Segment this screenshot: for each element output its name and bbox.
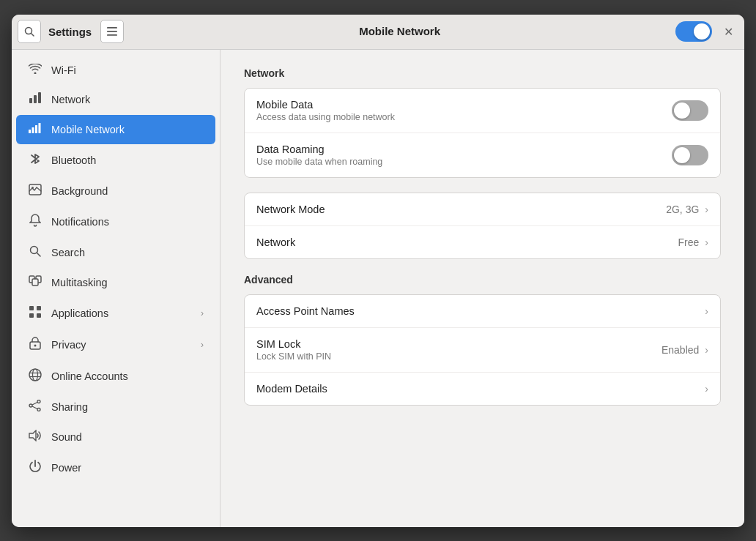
sim-lock-chevron: ›: [705, 344, 708, 356]
access-point-names-chevron: ›: [705, 305, 708, 317]
data-roaming-toggle-track: [672, 145, 708, 165]
mobile-network-toggle[interactable]: [675, 21, 712, 42]
sim-lock-row[interactable]: SIM Lock Lock SIM with PIN Enabled ›: [245, 328, 720, 373]
signal-icon: [28, 122, 42, 137]
close-button[interactable]: ✕: [718, 21, 738, 42]
titlebar: Settings Mobile Network ✕: [12, 15, 744, 50]
menu-button[interactable]: [100, 20, 124, 43]
sidebar-item-privacy[interactable]: Privacy ›: [16, 329, 215, 360]
data-roaming-title: Data Roaming: [256, 143, 672, 155]
network-chevron: ›: [705, 236, 708, 248]
sidebar-item-sound[interactable]: Sound: [16, 422, 215, 452]
data-roaming-row[interactable]: Data Roaming Use mobile data when roamin…: [245, 133, 720, 177]
sidebar-item-online-accounts[interactable]: Online Accounts: [16, 361, 215, 392]
sidebar-item-search[interactable]: Search: [16, 238, 215, 267]
network-value: Free: [678, 236, 700, 248]
svg-point-30: [37, 408, 40, 411]
sidebar-label-mobile-network: Mobile Network: [51, 124, 204, 135]
content-area: Wi-Fi Network: [12, 50, 744, 527]
applications-icon: [28, 305, 42, 321]
network-mode-content: Network Mode: [256, 204, 666, 215]
bell-icon: [28, 214, 42, 230]
svg-marker-34: [29, 430, 36, 441]
svg-rect-3: [107, 31, 117, 32]
search-sidebar-icon: [28, 245, 42, 260]
svg-rect-9: [32, 127, 34, 133]
network-title: Network: [256, 236, 678, 248]
svg-rect-21: [29, 313, 34, 318]
svg-rect-6: [34, 95, 37, 103]
sidebar-item-mobile-network[interactable]: Mobile Network: [16, 115, 215, 144]
svg-rect-4: [107, 34, 117, 36]
search-button[interactable]: [18, 20, 41, 43]
titlebar-right: ✕: [675, 21, 738, 42]
svg-rect-19: [29, 306, 34, 310]
access-point-names-right: ›: [705, 305, 708, 317]
data-roaming-toggle-thumb: [674, 147, 690, 163]
access-point-names-title: Access Point Names: [256, 305, 705, 317]
network-row[interactable]: Network Free ›: [245, 226, 720, 258]
mobile-data-subtitle: Access data using mobile network: [256, 112, 672, 122]
network-icon: [28, 92, 42, 107]
svg-point-29: [37, 400, 40, 403]
data-roaming-content: Data Roaming Use mobile data when roamin…: [256, 143, 672, 167]
sidebar-label-background: Background: [51, 185, 204, 197]
svg-point-31: [29, 404, 32, 407]
mobile-data-row[interactable]: Mobile Data Access data using mobile net…: [245, 89, 720, 133]
sound-icon: [28, 430, 42, 444]
network-mode-chevron: ›: [705, 204, 708, 215]
network-mode-value: 2G, 3G: [666, 204, 699, 215]
applications-arrow: ›: [201, 308, 204, 318]
svg-rect-20: [37, 306, 41, 310]
svg-point-25: [29, 369, 41, 381]
sidebar-item-multitasking[interactable]: Multitasking: [16, 268, 215, 297]
access-point-names-row[interactable]: Access Point Names ›: [245, 295, 720, 328]
svg-rect-10: [35, 125, 37, 133]
sim-lock-value: Enabled: [662, 344, 699, 356]
modem-details-row[interactable]: Modem Details ›: [245, 373, 720, 405]
titlebar-left: Settings: [18, 20, 124, 43]
sidebar-label-online-accounts: Online Accounts: [51, 370, 204, 382]
multitasking-icon: [28, 275, 42, 290]
sidebar-item-bluetooth[interactable]: Bluetooth: [16, 145, 215, 176]
sidebar-item-power[interactable]: Power: [16, 452, 215, 483]
bluetooth-icon: [28, 152, 42, 168]
toggle-track: [675, 21, 712, 42]
privacy-icon: [28, 337, 42, 353]
sidebar-item-background[interactable]: Background: [16, 176, 215, 206]
menu-icon: [107, 27, 117, 36]
sidebar-label-applications: Applications: [51, 307, 192, 319]
modem-details-content: Modem Details: [256, 383, 705, 395]
network-mode-row[interactable]: Network Mode 2G, 3G ›: [245, 193, 720, 226]
sidebar-item-wifi[interactable]: Wi-Fi: [16, 56, 215, 84]
sim-lock-content: SIM Lock Lock SIM with PIN: [256, 338, 662, 362]
svg-point-13: [32, 187, 34, 189]
sim-lock-title: SIM Lock: [256, 338, 662, 350]
network-mode-title: Network Mode: [256, 204, 666, 215]
modem-details-title: Modem Details: [256, 383, 705, 395]
svg-rect-18: [32, 279, 38, 286]
sharing-icon: [28, 400, 42, 414]
sidebar-label-wifi: Wi-Fi: [51, 64, 204, 76]
mobile-data-content: Mobile Data Access data using mobile net…: [256, 99, 672, 122]
sidebar-item-applications[interactable]: Applications ›: [16, 298, 215, 329]
sidebar-label-sound: Sound: [51, 431, 204, 443]
sidebar-item-network[interactable]: Network: [16, 85, 215, 114]
search-icon: [24, 26, 34, 37]
data-roaming-toggle[interactable]: [672, 145, 708, 165]
online-accounts-icon: [28, 368, 42, 384]
sidebar-item-sharing[interactable]: Sharing: [16, 392, 215, 422]
svg-rect-2: [107, 27, 117, 29]
panel-title: Mobile Network: [359, 25, 440, 37]
data-roaming-subtitle: Use mobile data when roaming: [256, 157, 672, 167]
sidebar-item-notifications[interactable]: Notifications: [16, 206, 215, 237]
advanced-card: Access Point Names › SIM Lock Lock SIM w…: [244, 294, 721, 406]
sim-lock-subtitle: Lock SIM with PIN: [256, 351, 662, 362]
svg-rect-22: [37, 313, 41, 318]
background-icon: [28, 184, 42, 198]
network-mode-right: 2G, 3G ›: [666, 204, 708, 215]
svg-rect-8: [29, 130, 31, 133]
svg-line-1: [32, 34, 34, 37]
mobile-data-toggle[interactable]: [672, 100, 708, 121]
modem-details-right: ›: [705, 383, 708, 395]
